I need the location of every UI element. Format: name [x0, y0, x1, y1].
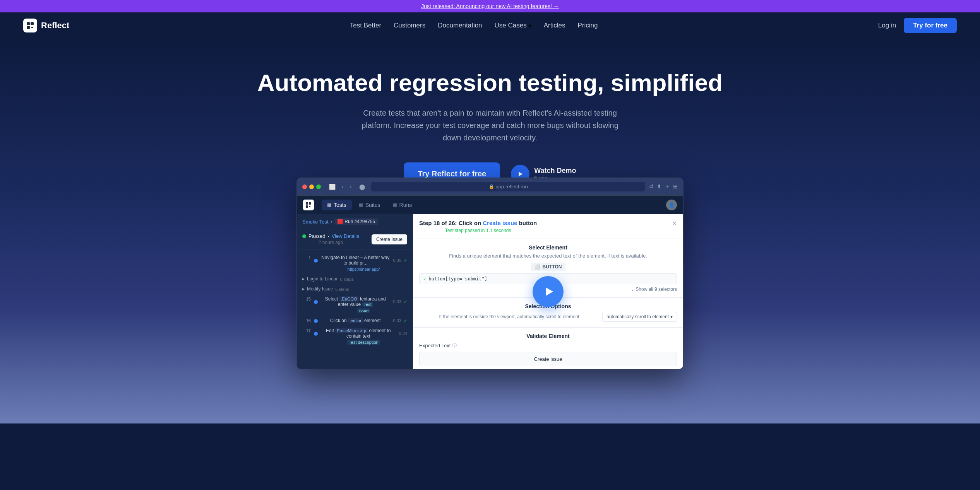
dropdown-chevron-icon: ▾ [670, 314, 673, 319]
app-tabs: ▦ Tests ▦ Suites ▦ Runs [322, 200, 417, 210]
announcement-link[interactable]: Just released: Announcing our new AI tes… [421, 3, 559, 9]
close-button[interactable]: ✕ [672, 220, 677, 227]
address-bar[interactable]: 🔒 app.reflect.run [371, 182, 645, 191]
status-bar: Passed - View Details 2 hours ago Create… [297, 229, 413, 249]
hero-heading: Automated regression testing, simplified [8, 70, 972, 96]
try-free-nav-button[interactable]: Try for free [904, 18, 957, 33]
status-info: Passed - View Details 2 hours ago [302, 233, 359, 245]
step-value: Test description [347, 340, 380, 345]
play-overlay-button[interactable] [533, 276, 564, 307]
avatar: 👤 [666, 200, 677, 210]
nav-item-pricing[interactable]: Pricing [577, 22, 598, 29]
select-element-title: Select Element [419, 244, 677, 251]
selection-options-row: If the element is outside the viewport, … [419, 312, 677, 322]
tests-icon: ▦ [327, 202, 331, 208]
step-number: 17 [302, 328, 311, 333]
step-check-icon: ✓ [404, 318, 407, 323]
forward-icon[interactable]: › [348, 183, 354, 191]
select-element-desc: Finds a unique element that matches the … [419, 253, 677, 259]
nav-item-customers[interactable]: Customers [394, 22, 425, 29]
svg-rect-5 [306, 202, 308, 205]
svg-marker-4 [519, 172, 523, 176]
tab-tests-label: Tests [334, 202, 346, 208]
step-check-icon: ✓ [404, 258, 407, 263]
step-number-label: Step 18 of 26: [419, 220, 457, 226]
step-description: Edit ProseMirror > p element to contain … [320, 328, 397, 339]
minimize-traffic-light[interactable] [309, 184, 314, 189]
tab-runs[interactable]: ▦ Runs [387, 200, 418, 210]
browser-window: ⬜ ‹ › ⬤ 🔒 app.reflect.run ↺ ⬆ ＋ ⊞ [296, 178, 684, 369]
suites-icon: ▦ [359, 202, 363, 208]
login-button[interactable]: Log in [878, 22, 896, 29]
status-passed: Passed - View Details [302, 233, 359, 239]
group-label: Login to Linear [307, 276, 338, 282]
tab-runs-label: Runs [399, 202, 412, 208]
main-nav: Reflect Test Better Customers Documentat… [0, 12, 980, 39]
step-time: 0:33 [393, 299, 401, 304]
left-panel: Smoke Test / Run #4298755 P [297, 214, 413, 369]
extension-icon: ⬤ [357, 183, 367, 191]
tab-suites[interactable]: ▦ Suites [353, 200, 386, 210]
nav-item-documentation[interactable]: Documentation [438, 22, 482, 29]
breadcrumb-separator: / [331, 219, 332, 225]
announcement-bar: Just released: Announcing our new AI tes… [0, 0, 980, 12]
create-issue-button[interactable]: Create Issue [372, 234, 407, 244]
step-url: https://linear.app/ [320, 267, 407, 271]
step-detail-header: Step 18 of 26: Click on Create issue but… [413, 214, 683, 239]
browser-chrome: ⬜ ‹ › ⬤ 🔒 app.reflect.run ↺ ⬆ ＋ ⊞ [297, 178, 683, 196]
runs-icon: ▦ [393, 202, 397, 208]
selection-options-dropdown[interactable]: automatically scroll to element ▾ [602, 312, 677, 322]
group-header-login[interactable]: ▸ Login to Linear 8 steps [297, 274, 413, 284]
dropdown-value: automatically scroll to element [607, 314, 669, 319]
tab-suites-label: Suites [365, 202, 380, 208]
status-separator: - [327, 233, 329, 239]
step-time: 0:33 [393, 318, 401, 323]
breadcrumb-test-link[interactable]: Smoke Test [302, 219, 329, 225]
grid-icon[interactable]: ⊞ [673, 183, 678, 190]
app-header: ▦ Tests ▦ Suites ▦ Runs 👤 [297, 196, 683, 214]
tab-tests[interactable]: ▦ Tests [322, 200, 352, 210]
traffic-lights [302, 184, 321, 189]
back-icon[interactable]: ‹ [340, 183, 346, 191]
sidebar-toggle-icon[interactable]: ⬜ [327, 183, 338, 191]
svg-rect-0 [27, 22, 30, 25]
svg-rect-7 [306, 205, 308, 208]
group-substep-count-2: 5 steps [335, 287, 349, 292]
svg-rect-2 [27, 26, 30, 29]
share-icon[interactable]: ⬆ [657, 183, 661, 190]
browser-mockup: ⬜ ‹ › ⬤ 🔒 app.reflect.run ↺ ⬆ ＋ ⊞ [289, 178, 691, 393]
right-panel: Step 18 of 26: Click on Create issue but… [413, 214, 683, 369]
step-dot [314, 300, 318, 304]
nav-logo-text: Reflect [41, 20, 69, 31]
expected-text-label: Expected Text [419, 343, 451, 348]
status-passed-label: Passed [308, 233, 325, 239]
step-detail-title: Step 18 of 26: Click on Create issue but… [419, 220, 537, 226]
view-details-link[interactable]: View Details [332, 233, 359, 239]
step-target-label: Create issue [483, 220, 517, 226]
expected-text-value: Create issue [419, 352, 677, 366]
group-header-modify[interactable]: ▸ Modify Issue 5 steps [297, 284, 413, 294]
step-time: 0:00 [393, 258, 401, 263]
step-action-label: Click on [459, 220, 483, 226]
info-icon[interactable]: ⓘ [452, 342, 457, 349]
step-time: 0:34 [399, 331, 407, 336]
nav-item-test-better[interactable]: Test Better [350, 22, 381, 29]
hero-section: Automated regression testing, simplified… [0, 39, 980, 423]
list-item: 16 Click on .editor element 0:33 ✓ [297, 316, 413, 326]
new-tab-icon[interactable]: ＋ [665, 183, 670, 190]
list-item: 17 Edit ProseMirror > p element to conta… [297, 326, 413, 347]
selection-options-desc: If the element is outside the viewport, … [419, 314, 599, 319]
svg-marker-9 [546, 287, 553, 296]
nav-logo[interactable]: Reflect [23, 19, 69, 32]
step-description: Select .EuGQO textarea and enter value T… [320, 296, 391, 307]
validate-element-title: Validate Element [419, 333, 677, 339]
lock-icon: 🔒 [489, 184, 494, 189]
group-substep-count: 8 steps [340, 277, 353, 282]
step-dot [314, 319, 318, 323]
nav-item-articles[interactable]: Articles [544, 22, 565, 29]
nav-item-use-cases[interactable]: Use Cases ▾ [495, 22, 531, 29]
close-traffic-light[interactable] [302, 184, 307, 189]
maximize-traffic-light[interactable] [316, 184, 321, 189]
reload-icon[interactable]: ↺ [649, 183, 654, 190]
time-ago: 2 hours ago [302, 240, 359, 245]
